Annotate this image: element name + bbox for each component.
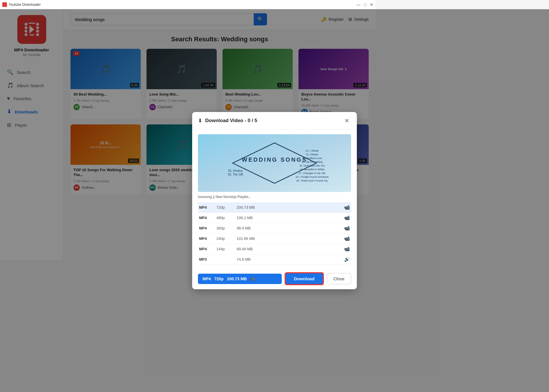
titlebar-title: Youtube Downloader: [9, 3, 41, 7]
format-row-6[interactable]: MP3 74.8 MB 🔊: [198, 254, 351, 260]
preview-background: WEDDING SONGS 01. Destiny 02. The Gift 1…: [198, 134, 351, 192]
svg-text:18. I Finally Found Someone: 18. I Finally Found Someone: [295, 176, 329, 178]
format-row-3[interactable]: MP4 360p 98.4 MB 📹: [198, 223, 351, 234]
titlebar: Youtube Downloader — □ ✕: [0, 0, 376, 9]
format-type-2: MP4: [199, 216, 216, 220]
format-type-5: MP4: [199, 247, 216, 251]
format-icon-5: 📹: [344, 246, 350, 252]
modal-header: ⬇ Download Video - 0 / 5 ✕: [192, 112, 357, 130]
svg-text:12. Always: 12. Always: [306, 153, 318, 156]
svg-text:19. Thank God I Found You: 19. Thank God I Found You: [296, 179, 328, 182]
format-type-6: MP3: [199, 257, 216, 260]
format-res-5: 144p: [216, 247, 237, 251]
format-size-2: 106.1 MB: [237, 216, 266, 220]
svg-text:16. Beautiful In White: 16. Beautiful In White: [300, 168, 324, 171]
format-type-4: MP4: [199, 236, 216, 241]
format-icon-3: 📹: [344, 225, 350, 231]
format-row-4[interactable]: MP4 240p 101.66 MB 📹: [198, 234, 351, 244]
download-modal: ⬇ Download Video - 0 / 5 ✕: [192, 112, 357, 260]
format-res-2: 480p: [216, 216, 237, 220]
svg-text:14. My Everything: 14. My Everything: [302, 160, 322, 163]
format-type-1: MP4: [199, 205, 216, 210]
format-icon-4: 📹: [344, 236, 350, 241]
titlebar-controls: — □ ✕: [357, 2, 373, 7]
svg-text:13. Endless Love: 13. Endless Love: [302, 157, 322, 160]
format-res-3: 360p: [216, 226, 237, 230]
format-icon-6: 🔊: [344, 257, 350, 260]
format-row-2[interactable]: MP4 480p 106.1 MB 📹: [198, 213, 351, 223]
format-size-4: 101.66 MB: [237, 236, 266, 241]
format-row-1[interactable]: MP4 720p 200.73 MB 📹: [198, 202, 351, 213]
svg-text:15. God Gave Me You: 15. God Gave Me You: [299, 164, 325, 167]
video-preview: WEDDING SONGS 01. Destiny 02. The Gift 1…: [198, 134, 351, 192]
format-icon-2: 📹: [344, 215, 350, 221]
format-size-6: 74.8 MB: [237, 257, 266, 260]
modal-header-icon: ⬇: [198, 117, 202, 124]
format-size-5: 89.49 MB: [237, 247, 266, 251]
format-size-1: 200.73 MB: [237, 205, 266, 210]
maximize-button[interactable]: □: [364, 2, 366, 7]
format-res-1: 720p: [216, 205, 237, 210]
minimize-button[interactable]: —: [357, 2, 361, 7]
svg-text:11. I Swear: 11. I Swear: [305, 149, 319, 152]
format-list: MP4 720p 200.73 MB 📹 MP4 480p 106.1 MB 📹…: [198, 202, 351, 260]
format-size-3: 98.4 MB: [237, 226, 266, 230]
svg-text:WEDDING SONGS: WEDDING SONGS: [242, 156, 307, 163]
svg-text:02. The Gift: 02. The Gift: [228, 173, 243, 176]
svg-text:17. Changes In My Life: 17. Changes In My Life: [299, 172, 326, 175]
modal-overlay: ⬇ Download Video - 0 / 5 ✕: [0, 9, 376, 260]
preview-svg: WEDDING SONGS 01. Destiny 02. The Gift 1…: [198, 134, 351, 192]
svg-text:01. Destiny: 01. Destiny: [228, 169, 243, 172]
titlebar-icon: [2, 2, 7, 7]
format-type-3: MP4: [199, 226, 216, 230]
modal-body: WEDDING SONGS 01. Destiny 02. The Gift 1…: [192, 130, 357, 260]
video-subtitle: lovesong || New Nonstop Playlist...: [198, 195, 351, 199]
modal-title: Download Video - 0 / 5: [205, 118, 340, 124]
modal-close-button[interactable]: ✕: [343, 117, 351, 125]
format-icon-1: 📹: [344, 205, 350, 210]
format-res-4: 240p: [216, 236, 237, 241]
close-button[interactable]: ✕: [370, 2, 373, 7]
format-row-5[interactable]: MP4 144p 89.49 MB 📹: [198, 244, 351, 254]
